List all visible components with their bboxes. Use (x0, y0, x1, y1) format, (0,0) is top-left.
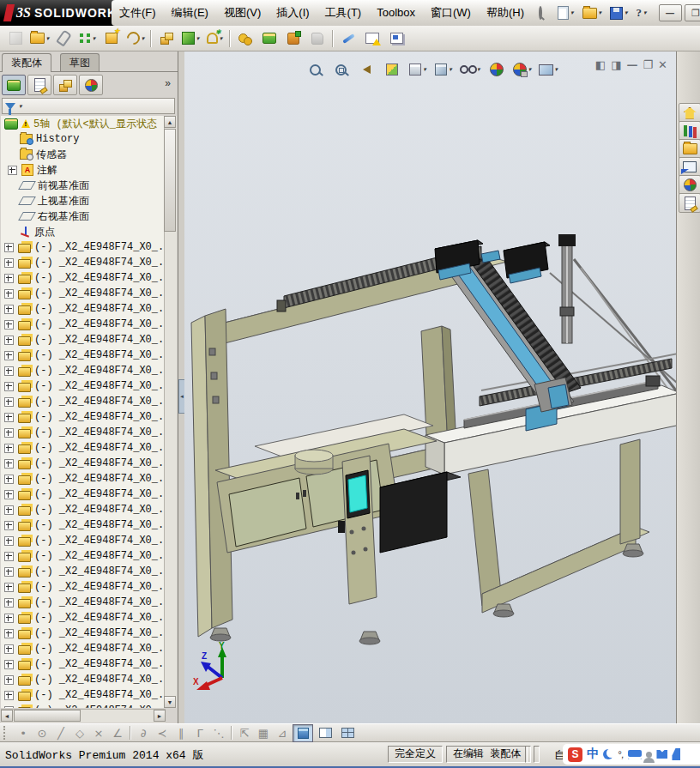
expand-box[interactable] (4, 552, 14, 561)
ime-more-icon[interactable] (672, 748, 680, 760)
featuremanager-tree-button[interactable] (2, 75, 26, 95)
expand-box[interactable] (4, 444, 14, 453)
panel-overflow-chevron[interactable]: » (165, 77, 171, 89)
tree-item-6[interactable]: 原点 (1, 224, 166, 239)
tree-component-29[interactable]: (-) _X2_4E948F74_X0_.29< (1, 502, 166, 517)
scroll-down-button[interactable]: ▼ (164, 696, 176, 708)
tree-component-39[interactable]: (-) _X2_4E948F74_X0_.39< (1, 348, 166, 363)
help-button[interactable]: ?▾ (633, 3, 650, 22)
tree-item-2[interactable]: A注解 (1, 162, 166, 178)
menu-item-3[interactable]: 插入(I) (269, 0, 317, 26)
dropdown-arrow[interactable]: ▾ (555, 66, 558, 73)
view-palette-button[interactable] (679, 157, 700, 177)
displaymanager-button[interactable] (79, 75, 103, 95)
grid-small-button[interactable]: ▦ (254, 727, 273, 740)
tree-component-42[interactable]: (-) _X2_4E948F74_X0_.42< (1, 301, 166, 317)
dropdown-arrow[interactable]: ▾ (93, 35, 96, 42)
expand-box[interactable] (4, 521, 14, 530)
tree-root[interactable]: 5轴 (默认<默认_显示状态 (1, 116, 166, 131)
chinese-mode-icon[interactable]: 中 (587, 747, 599, 762)
dropdown-arrow[interactable]: ▾ (196, 35, 200, 42)
expand-box[interactable] (4, 675, 14, 685)
expand-box[interactable] (4, 320, 14, 330)
triangle-small-button[interactable]: ⊿ (273, 727, 292, 740)
sketch-parallel-button[interactable]: ∥ (172, 727, 190, 740)
linear-component-pattern-button[interactable]: ▾ (76, 27, 99, 50)
zoom-to-area-button[interactable] (329, 58, 353, 81)
user-icon[interactable] (646, 752, 652, 758)
expand-box[interactable] (4, 351, 14, 360)
tree-component-37[interactable]: (-) _X2_4E948F74_X0_.37< (1, 378, 166, 394)
expand-box[interactable] (4, 660, 14, 669)
tree-item-5[interactable]: 右视基准面 (1, 209, 166, 224)
doc-close-button[interactable]: ✕ (658, 58, 667, 71)
open-document-button[interactable]: ▾ (28, 27, 51, 50)
expand-box[interactable] (4, 505, 14, 515)
design-review-warning-button[interactable] (361, 27, 383, 50)
zoom-to-fit-button[interactable] (303, 58, 327, 81)
tree-component-20[interactable]: (-) _X2_4E948F74_X0_.20< (1, 641, 166, 656)
tree-component-26[interactable]: (-) _X2_4E948F74_X0_.26< (1, 548, 166, 564)
model-3d[interactable] (184, 51, 676, 723)
expand-box[interactable] (4, 366, 14, 376)
menu-item-7[interactable]: 帮助(H) (479, 0, 532, 26)
configurationmanager-button[interactable] (53, 75, 77, 95)
tree-component-28[interactable]: (-) _X2_4E948F74_X0_.28< (1, 517, 166, 533)
menu-item-0[interactable]: 文件(F) (112, 0, 164, 26)
tree-component-33[interactable]: (-) _X2_4E948F74_X0_.33< (1, 440, 166, 456)
tree-vertical-scrollbar[interactable]: ▲ ▼ (164, 116, 177, 708)
four-viewport-button[interactable] (337, 724, 358, 742)
sketch-mirror-button[interactable]: ≺ (153, 727, 172, 740)
tree-item-1[interactable]: 传感器 (1, 147, 166, 162)
expand-box[interactable] (4, 243, 14, 252)
expand-box[interactable] (4, 428, 14, 438)
edit-appearance-button[interactable] (485, 58, 509, 81)
instant3d-button[interactable] (337, 27, 359, 50)
menu-item-5[interactable]: Toolbox (369, 0, 423, 26)
expand-box[interactable] (4, 397, 14, 407)
toolbar-drag-handle[interactable] (3, 726, 9, 740)
doc-minimize-button[interactable]: — (626, 58, 637, 71)
punctuation-icon[interactable]: °, (618, 749, 624, 759)
doc-restore-button[interactable]: ❐ (643, 58, 653, 71)
halfwidth-moon-icon[interactable] (603, 749, 613, 759)
dropdown-arrow[interactable]: ▾ (477, 66, 480, 73)
tree-component-31[interactable]: (-) _X2_4E948F74_X0_.31< (1, 471, 166, 487)
tree-component-19[interactable]: (-) _X2_4E948F74_X0_.19< (1, 656, 166, 672)
tree-component-41[interactable]: (-) _X2_4E948F74_X0_.41< (1, 317, 166, 332)
expand-box[interactable] (4, 459, 14, 469)
search-icon[interactable] (539, 6, 542, 20)
expand-box[interactable] (4, 598, 14, 608)
expand-box[interactable] (4, 413, 14, 422)
graphics-viewport[interactable]: Y Z X ▾▾▾▾▾ ◧◨—❐✕ (184, 51, 676, 723)
tree-component-24[interactable]: (-) _X2_4E948F74_X0_.24< (1, 579, 166, 595)
tree-component-36[interactable]: (-) _X2_4E948F74_X0_.36< (1, 394, 166, 409)
sogou-icon[interactable]: S (568, 747, 582, 762)
save-document-button[interactable]: ▾ (606, 4, 631, 22)
tree-component-18[interactable]: (-) _X2_4E948F74_X0_.18< (1, 672, 166, 687)
apply-scene-button[interactable]: ▾ (510, 58, 534, 81)
tree-component-40[interactable]: (-) _X2_4E948F74_X0_.40< (1, 332, 166, 348)
new-document-button[interactable]: ▾ (554, 3, 577, 22)
solidworks-resources-button[interactable] (679, 103, 700, 123)
expand-box[interactable] (4, 382, 14, 391)
sketch-pattern-button[interactable]: ⋱ (209, 727, 228, 740)
sketch-line-button[interactable]: ╱ (51, 727, 70, 740)
previous-view-button[interactable] (354, 58, 378, 81)
motion-study-button[interactable] (234, 27, 256, 50)
expand-box[interactable] (4, 289, 14, 299)
shaded-view-button[interactable] (293, 724, 313, 742)
appearances-scenes-button[interactable] (679, 175, 700, 195)
section-view-button[interactable] (380, 58, 404, 81)
tree-component-34[interactable]: (-) _X2_4E948F74_X0_.34< (1, 425, 166, 440)
exploded-view-button[interactable] (258, 27, 281, 50)
open-document-button[interactable]: ▾ (579, 5, 606, 21)
expand-box[interactable] (4, 305, 14, 314)
file-explorer-button[interactable] (679, 139, 700, 159)
restore-button[interactable]: ❐ (685, 4, 700, 21)
tree-component-46[interactable]: (-) _X2_4E948F74_X0_.46< (1, 239, 166, 255)
explode-line-sketch-button[interactable] (282, 27, 305, 50)
tab-sketch[interactable]: 草图 (60, 53, 100, 72)
smart-fasteners-button[interactable] (100, 27, 123, 50)
take-snapshot-button[interactable] (385, 27, 407, 50)
